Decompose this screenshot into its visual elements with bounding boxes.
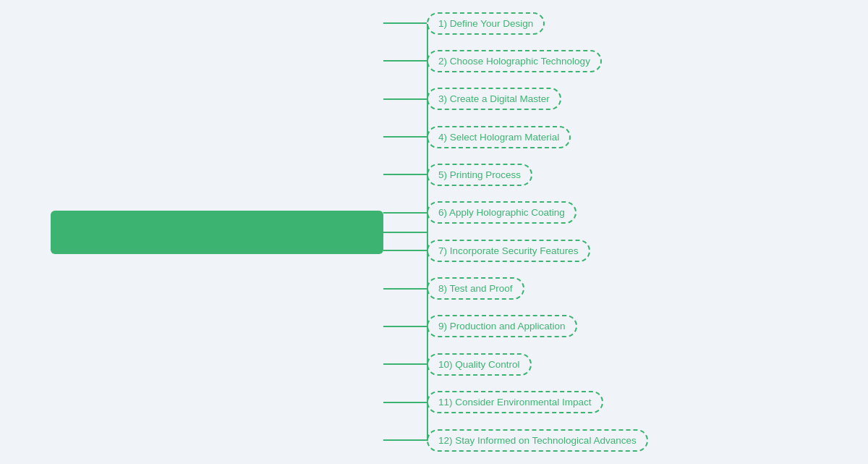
branch-item: 12) Stay Informed on Technological Advan… — [383, 429, 648, 452]
branch-item: 9) Production and Application — [383, 315, 577, 337]
branch-node: 9) Production and Application — [427, 315, 577, 337]
branch-line — [383, 136, 427, 138]
branch-item: 1) Define Your Design — [383, 12, 545, 35]
branch-node: 6) Apply Holographic Coating — [427, 201, 576, 224]
branch-item: 8) Test and Proof — [383, 277, 524, 300]
branch-item: 4) Select Hologram Material — [383, 126, 571, 148]
branch-node: 2) Choose Holographic Technology — [427, 50, 602, 72]
branch-item: 2) Choose Holographic Technology — [383, 50, 602, 72]
branch-node: 5) Printing Process — [427, 164, 532, 186]
branch-line — [383, 212, 427, 214]
branch-line — [383, 402, 427, 403]
branch-line — [383, 98, 427, 100]
branch-item: 3) Create a Digital Master — [383, 88, 561, 110]
branch-node: 12) Stay Informed on Technological Advan… — [427, 429, 648, 452]
branch-item: 6) Apply Holographic Coating — [383, 201, 576, 224]
branch-line — [383, 439, 427, 441]
branch-line — [383, 22, 427, 24]
branch-node: 3) Create a Digital Master — [427, 88, 561, 110]
branch-item: 10) Quality Control — [383, 353, 532, 376]
branch-item: 11) Consider Environmental Impact — [383, 391, 603, 413]
trunk-line — [427, 24, 428, 441]
branch-line — [383, 363, 427, 365]
branch-line — [383, 288, 427, 290]
branch-node: 11) Consider Environmental Impact — [427, 391, 603, 413]
branch-node: 7) Incorporate Security Features — [427, 240, 590, 262]
branch-node: 4) Select Hologram Material — [427, 126, 571, 148]
branch-node: 10) Quality Control — [427, 353, 532, 376]
branch-item: 5) Printing Process — [383, 164, 532, 186]
branch-line — [383, 60, 427, 62]
branch-line — [383, 250, 427, 251]
central-node — [51, 211, 383, 254]
branch-line — [383, 326, 427, 327]
branch-line — [383, 174, 427, 175]
branch-node: 8) Test and Proof — [427, 277, 524, 300]
branch-node: 1) Define Your Design — [427, 12, 545, 35]
diagram-container: 1) Define Your Design2) Choose Holograph… — [36, 8, 832, 457]
branches-area: 1) Define Your Design2) Choose Holograph… — [383, 8, 832, 457]
branch-item: 7) Incorporate Security Features — [383, 240, 590, 262]
